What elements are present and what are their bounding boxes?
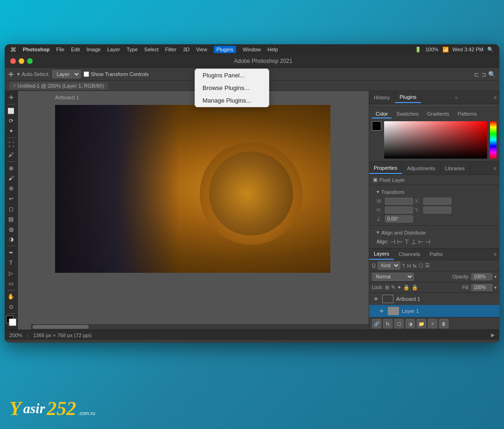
libraries-tab[interactable]: Libraries <box>441 163 470 173</box>
opacity-input[interactable] <box>471 273 492 280</box>
healing-tool[interactable]: ⊕ <box>6 164 16 173</box>
canvas-scrollbar-h[interactable] <box>31 324 369 330</box>
fill-down-btn[interactable]: ▾ <box>494 285 497 290</box>
show-transform-checkbox[interactable] <box>84 71 89 77</box>
history-brush[interactable]: ↩ <box>6 194 16 203</box>
layer-menu[interactable]: Layer <box>107 47 120 52</box>
window-menu[interactable]: Window <box>243 47 261 52</box>
file-menu[interactable]: File <box>56 47 64 52</box>
h-btn[interactable]: H <box>407 263 411 269</box>
align-right-btn[interactable]: ⊤ <box>404 238 409 245</box>
app-name-menu[interactable]: Photoshop <box>23 47 49 52</box>
plugins-panel-item[interactable]: Plugins Panel... <box>195 69 269 82</box>
select-menu[interactable]: Select <box>144 47 159 52</box>
panel-expand-btn[interactable]: » <box>452 95 460 100</box>
fx-btn-bottom[interactable]: fx <box>383 319 392 328</box>
scroll-arrow[interactable]: ▶ <box>491 332 495 338</box>
y-input[interactable] <box>423 207 451 214</box>
brush-tool[interactable]: 🖌 <box>6 174 16 183</box>
folder-btn[interactable]: 📁 <box>417 319 426 328</box>
scrollbar-thumb[interactable] <box>33 325 89 329</box>
channels-tab[interactable]: Channels <box>394 249 425 259</box>
hue-slider[interactable] <box>490 121 497 159</box>
layers-tab[interactable]: Layers <box>369 249 394 260</box>
background-color[interactable] <box>9 318 16 326</box>
lock-transparent-btn[interactable]: ⊞ <box>385 284 389 291</box>
3d-menu[interactable]: 3D <box>183 47 189 52</box>
layer1-visibility[interactable]: 👁 <box>378 308 385 314</box>
minimize-button[interactable] <box>19 58 24 64</box>
view-menu[interactable]: View <box>196 47 207 52</box>
close-button[interactable] <box>10 58 16 64</box>
rotate-input[interactable] <box>385 215 413 222</box>
align-left-btn[interactable]: ⊣ <box>390 238 395 245</box>
dodge-tool[interactable]: ◑ <box>6 235 16 244</box>
lock-pos-btn[interactable]: 🔒 <box>403 284 410 291</box>
manage-plugins-item[interactable]: Manage Plugins... <box>195 94 269 107</box>
maximize-button[interactable] <box>27 58 33 64</box>
plugins-tab[interactable]: Plugins <box>395 92 421 103</box>
x-input[interactable] <box>423 198 451 205</box>
t-btn[interactable]: T <box>402 263 406 269</box>
patterns-tab[interactable]: Patterns <box>454 110 481 118</box>
artboard-visibility[interactable]: 👁 <box>373 296 379 302</box>
align-center-btn[interactable]: ⊢ <box>397 238 402 245</box>
crop-tool[interactable]: ⛶ <box>6 140 16 149</box>
auto-select-dropdown[interactable]: Layer Group <box>52 70 81 78</box>
prop-menu-btn[interactable]: ≡ <box>491 166 499 171</box>
apple-menu[interactable]: ⌘ <box>10 46 16 53</box>
search-icon[interactable]: 🔍 <box>487 47 494 53</box>
lasso-tool[interactable]: ⟳ <box>6 117 16 126</box>
layer1-item[interactable]: 👁 Layer 1 <box>369 305 499 317</box>
lock-art-btn[interactable]: ✦ <box>397 284 401 291</box>
shape-tool[interactable]: ▭ <box>6 279 16 288</box>
align-btn-1[interactable]: ⊏ <box>474 71 479 78</box>
blur-tool[interactable]: ◍ <box>6 225 16 234</box>
fx-btn[interactable]: fx <box>413 263 417 269</box>
panel-menu-btn[interactable]: ≡ <box>491 95 499 100</box>
text-tool[interactable]: T <box>6 258 16 268</box>
current-color-box[interactable] <box>372 121 381 131</box>
fill-input[interactable] <box>471 284 492 291</box>
help-menu[interactable]: Help <box>267 47 278 52</box>
path-tool[interactable]: ▷ <box>6 269 16 278</box>
search-panel-icon[interactable]: 🔍 <box>488 71 496 78</box>
pen-tool[interactable]: ✒ <box>6 248 16 257</box>
kind-dropdown[interactable]: Kind <box>378 262 400 270</box>
selection-tool[interactable]: ⬜ <box>6 106 16 116</box>
wand-tool[interactable]: ✦ <box>6 126 16 136</box>
plugins-menu[interactable]: Plugins <box>214 46 236 53</box>
lock-all-btn[interactable]: 🔒 <box>412 284 418 291</box>
smart-btn[interactable]: ☰ <box>425 263 430 269</box>
blend-mode-dropdown[interactable]: Normal <box>372 273 414 281</box>
gradients-tab[interactable]: Gradients <box>423 110 453 118</box>
properties-tab[interactable]: Properties <box>369 163 402 174</box>
adjustments-tab[interactable]: Adjustments <box>402 163 441 173</box>
add-mask-btn[interactable]: ⬡ <box>394 319 404 328</box>
align-bottom-btn[interactable]: ⊣ <box>425 238 430 245</box>
filter-menu[interactable]: Filter <box>165 47 176 52</box>
height-input[interactable] <box>385 207 413 214</box>
clone-tool[interactable]: ⊛ <box>6 184 16 193</box>
browse-plugins-item[interactable]: Browse Plugins... <box>195 82 269 94</box>
layers-menu-btn[interactable]: ≡ <box>491 251 499 257</box>
fg-bg-colors[interactable] <box>6 316 16 326</box>
edit-menu[interactable]: Edit <box>71 47 80 52</box>
link-layers-btn[interactable]: 🔗 <box>372 319 381 328</box>
delete-layer-btn[interactable]: 🗑 <box>439 319 448 328</box>
image-menu[interactable]: Image <box>86 47 101 52</box>
adjustment-btn[interactable]: ◑ <box>406 319 415 328</box>
new-layer-btn[interactable]: + <box>428 319 437 328</box>
color-tab[interactable]: Color <box>372 110 392 118</box>
align-middle-btn[interactable]: ⊢ <box>418 238 423 245</box>
type-menu[interactable]: Type <box>126 47 138 52</box>
artboard-layer-item[interactable]: 👁 Artboard 1 <box>369 293 499 305</box>
color-gradient-picker[interactable] <box>384 121 487 159</box>
move-tool[interactable]: ✛ <box>6 93 16 102</box>
gradient-tool[interactable]: ▤ <box>6 214 16 224</box>
mask-btn[interactable]: ⬡ <box>419 263 423 269</box>
align-btn-2[interactable]: ⊐ <box>481 71 486 78</box>
paths-tab[interactable]: Paths <box>425 249 448 259</box>
zoom-tool[interactable]: ⊙ <box>6 302 16 311</box>
lock-image-btn[interactable]: ✎ <box>391 284 395 291</box>
